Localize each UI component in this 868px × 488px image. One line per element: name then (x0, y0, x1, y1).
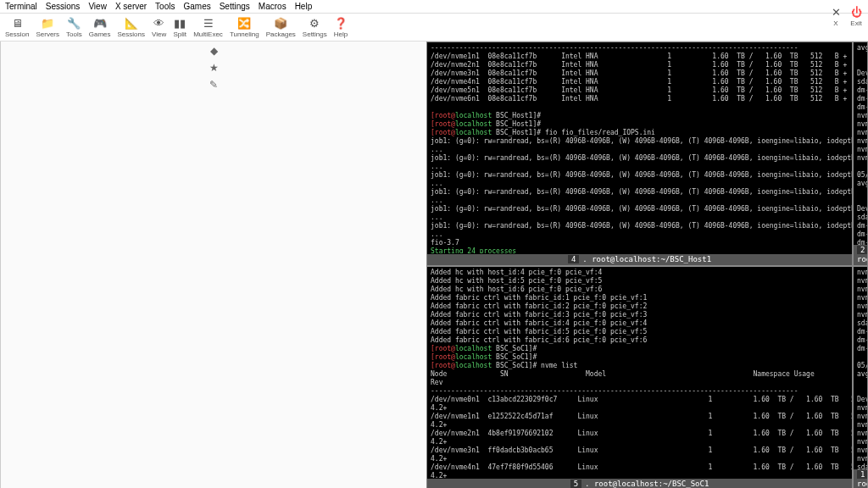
tunneling-icon: 🔀 (237, 16, 251, 30)
pane-footer: 4. root@localhost:~/BSC_Host1 (427, 254, 852, 265)
menu-settings[interactable]: Settings (220, 2, 250, 11)
terminal-pane-1[interactable]: nvme2n1 178697.00 714784.00 0.00 714784 … (853, 266, 868, 488)
tool-multiexec[interactable]: ☰MultiExec (193, 16, 223, 38)
power-icon: ⏻ (849, 5, 863, 19)
tool-games[interactable]: 🎮Games (89, 16, 111, 38)
games-icon: 🎮 (93, 16, 107, 30)
side-icon-1[interactable]: ★ (209, 62, 219, 74)
menu-games[interactable]: Games (183, 2, 210, 11)
view-icon: 👁 (153, 16, 166, 30)
tool-sessions[interactable]: 📐Sessions (118, 16, 145, 38)
toolbar: 🖥Session📁Servers🔧Tools🎮Games📐Sessions👁Vi… (0, 14, 868, 42)
menu-tools[interactable]: Tools (155, 2, 175, 11)
multiexec-icon: ☰ (202, 16, 215, 30)
menu-help[interactable]: Help (295, 2, 313, 11)
tool-packages[interactable]: 📦Packages (266, 16, 296, 38)
side-icon-2[interactable]: ✎ (209, 79, 218, 91)
tool-session[interactable]: 🖥Session (5, 16, 29, 38)
menu-sessions[interactable]: Sessions (46, 2, 81, 11)
close-icon: ✕ (829, 5, 843, 19)
side-icon-0[interactable]: ◆ (210, 45, 218, 57)
tool-view[interactable]: 👁View (152, 16, 166, 38)
menu-terminal[interactable]: Terminal (5, 2, 37, 11)
terminal-pane-5[interactable]: Added hc with host_id:4 pcie_f:0 pcie_vf… (426, 266, 853, 488)
help-icon: ❓ (334, 16, 348, 30)
tool-servers[interactable]: 📁Servers (36, 16, 59, 38)
window-controls: ✕X ⏻Exit (829, 5, 863, 27)
split-icon: ▮▮ (173, 16, 186, 30)
sessions-icon: 📐 (125, 16, 138, 30)
terminal-pane-4[interactable]: ----------------------------------------… (426, 42, 853, 266)
tool-split[interactable]: ▮▮Split (173, 16, 186, 38)
close-button[interactable]: ✕X (829, 5, 843, 27)
pane-footer: 1. root@localhost:~/CVL_Target (854, 469, 867, 489)
menubar: TerminalSessionsViewX serverToolsGamesSe… (0, 0, 868, 14)
settings-icon: ⚙ (308, 16, 321, 30)
terminal-pane-2[interactable]: avg-cpu: %user %nice %system %iowait %st… (853, 42, 868, 266)
exit-button[interactable]: ⏻Exit (849, 5, 863, 27)
tool-tools[interactable]: 🔧Tools (66, 16, 82, 38)
right-sidebar: ◆★✎ (0, 42, 426, 488)
session-icon: 🖥 (10, 16, 24, 30)
packages-icon: 📦 (274, 16, 287, 30)
servers-icon: 📁 (41, 16, 54, 30)
tools-icon: 🔧 (67, 16, 81, 30)
menu-x server[interactable]: X server (115, 2, 147, 11)
tool-settings[interactable]: ⚙Settings (303, 16, 327, 38)
menu-view[interactable]: View (88, 2, 107, 11)
menu-macros[interactable]: Macros (259, 2, 287, 11)
tool-tunneling[interactable]: 🔀Tunneling (230, 16, 259, 38)
pane-footer: 2. root@localhost:~/BSC_Host1 (854, 245, 867, 266)
tool-help[interactable]: ❓Help (334, 16, 348, 38)
pane-footer: 5. root@localhost:~/BSC_SoC1 (427, 479, 852, 488)
